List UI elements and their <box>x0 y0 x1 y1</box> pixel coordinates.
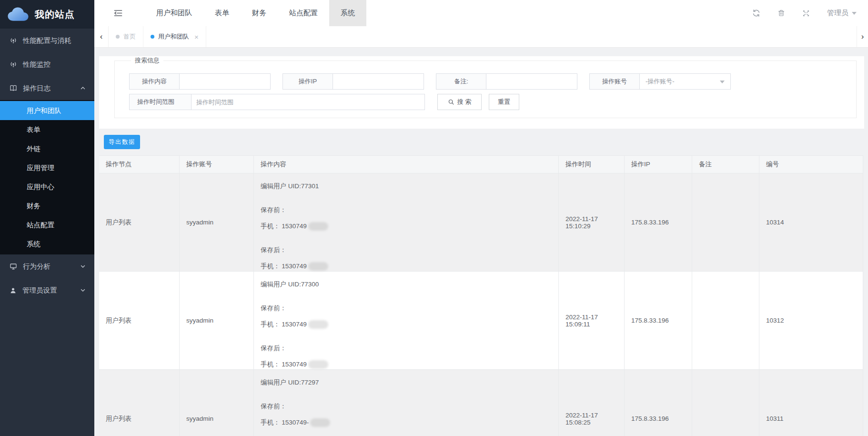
content-line: 编辑用户 UID:77297 <box>261 377 552 388</box>
nav-item-3[interactable]: 站点配置 <box>278 0 329 26</box>
note-input[interactable] <box>486 73 577 90</box>
search-panel: 搜索信息 操作内容 操作IP 备注: 操作账号 <box>99 56 864 129</box>
search-button[interactable]: 搜 索 <box>437 94 482 110</box>
user-icon <box>10 287 17 294</box>
field-time-range: 操作时间范围 <box>129 94 425 110</box>
menu-fold-icon[interactable] <box>113 9 123 17</box>
admin-user-label: 管理员 <box>827 9 848 18</box>
table-body: 用户列表syyadmin编辑用户 UID:77301保存前：手机： 153074… <box>99 173 863 436</box>
sidebar-item-performance-monitor[interactable]: 性能监控 <box>0 52 94 76</box>
sidebar-subitem-5[interactable]: 财务 <box>0 196 94 215</box>
sidebar-item-operation-log[interactable]: 操作日志 <box>0 76 94 100</box>
sidebar-item-label: 操作日志 <box>23 84 50 93</box>
broadcast-icon <box>10 37 17 44</box>
cell-time: 2022-11-17 15:09:11 <box>559 272 625 369</box>
book-icon <box>10 84 17 92</box>
tab-scroll-left[interactable]: ‹ <box>94 26 109 47</box>
cell-content: 编辑用户 UID:77300保存前：手机： 1530749保存后：手机： 153… <box>254 272 559 369</box>
fullscreen-icon[interactable] <box>802 10 810 17</box>
caret-down-icon <box>852 12 857 17</box>
refresh-icon[interactable] <box>752 9 760 17</box>
sidebar-subitem-3[interactable]: 应用管理 <box>0 158 94 177</box>
redacted-blob <box>308 262 328 271</box>
column-header: 操作账号 <box>180 156 254 173</box>
column-header: 操作节点 <box>99 156 180 173</box>
reset-button[interactable]: 重置 <box>489 94 519 110</box>
cell-account: syyadmin <box>180 173 254 271</box>
table-row: 用户列表syyadmin编辑用户 UID:77297保存前：手机： 153074… <box>99 370 863 436</box>
redacted-blob <box>308 360 328 369</box>
cell-ip: 175.8.33.196 <box>625 272 692 369</box>
sidebar-item-behavior-analysis[interactable]: 行为分析 <box>0 254 94 278</box>
monitor-icon <box>10 263 17 270</box>
redacted-blob <box>308 320 328 329</box>
column-header: 操作时间 <box>559 156 625 173</box>
cell-id: 10314 <box>759 173 863 271</box>
cell-note <box>692 272 759 369</box>
sidebar-subitem-6[interactable]: 站点配置 <box>0 215 94 234</box>
cell-content: 编辑用户 UID:77301保存前：手机： 1530749保存后：手机： 153… <box>254 173 559 271</box>
close-icon[interactable]: × <box>194 33 199 41</box>
admin-user-menu[interactable]: 管理员 <box>827 9 857 18</box>
field-label: 操作时间范围 <box>129 94 191 110</box>
time-range-input[interactable] <box>191 94 425 110</box>
cell-ip: 175.8.33.196 <box>625 370 692 436</box>
tab-bar: ‹ 首页用户和团队× › <box>94 26 868 48</box>
tab-dot-icon <box>151 35 154 39</box>
search-fieldset: 搜索信息 操作内容 操作IP 备注: 操作账号 <box>114 56 857 118</box>
content-line: 手机： 1530749 <box>261 319 552 330</box>
cell-account: syyadmin <box>180 370 254 436</box>
sidebar-subitem-2[interactable]: 外链 <box>0 139 94 158</box>
app-logo: 我的站点 <box>0 0 94 29</box>
tab-0[interactable]: 首页 <box>109 26 143 47</box>
sidebar-item-label: 行为分析 <box>23 262 50 271</box>
content-line: 手机： 1530749 <box>261 261 552 272</box>
content-area: 搜索信息 操作内容 操作IP 备注: 操作账号 <box>94 48 868 436</box>
search-icon <box>448 99 454 105</box>
nav-item-0[interactable]: 用户和团队 <box>145 0 203 26</box>
operation-content-input[interactable] <box>179 73 271 90</box>
tab-scroll-right[interactable]: › <box>857 26 868 47</box>
sidebar-subitem-7[interactable]: 系统 <box>0 234 94 253</box>
operation-ip-input[interactable] <box>333 73 424 90</box>
cell-id: 10312 <box>759 272 863 369</box>
content-line: 编辑用户 UID:77301 <box>261 181 552 192</box>
tab-dot-icon <box>116 35 120 39</box>
field-operation-content: 操作内容 <box>129 73 271 90</box>
sidebar-item-label: 性能监控 <box>23 60 50 69</box>
nav-item-1[interactable]: 表单 <box>203 0 241 26</box>
sidebar-item-performance-config[interactable]: 性能配置与消耗 <box>0 29 94 52</box>
nav-item-2[interactable]: 财务 <box>241 0 278 26</box>
cell-id: 10311 <box>759 370 863 436</box>
cell-note <box>692 173 759 271</box>
chevron-up-icon <box>80 85 86 91</box>
field-operator-account: 操作账号 -操作账号- <box>589 73 731 90</box>
caret-down-icon <box>720 81 725 86</box>
navbar-actions: 管理员 <box>752 9 857 18</box>
cell-time: 2022-11-17 15:08:25 <box>559 370 625 436</box>
sidebar-subitem-0[interactable]: 用户和团队 <box>0 101 94 120</box>
operator-account-select[interactable]: -操作账号- <box>639 73 731 90</box>
column-header: 操作IP <box>625 156 692 173</box>
nav-item-4[interactable]: 系统 <box>329 0 366 26</box>
search-row-2: 操作时间范围 搜 索 重置 <box>129 94 847 110</box>
sidebar-subitem-4[interactable]: 应用中心 <box>0 177 94 196</box>
tab-1[interactable]: 用户和团队× <box>143 26 206 47</box>
content-line: 保存前： <box>261 401 552 412</box>
tab-list: 首页用户和团队× <box>109 26 206 47</box>
sidebar-subitem-1[interactable]: 表单 <box>0 120 94 139</box>
content-line: 保存前： <box>261 303 552 314</box>
export-data-button[interactable]: 导出数据 <box>104 135 140 149</box>
top-navbar: 用户和团队表单财务站点配置系统 管理 <box>94 0 868 26</box>
field-label: 操作IP <box>283 73 333 90</box>
sidebar-item-admin-settings[interactable]: 管理员设置 <box>0 278 94 302</box>
trash-icon[interactable] <box>777 9 785 17</box>
cell-note <box>692 370 759 436</box>
table-row: 用户列表syyadmin编辑用户 UID:77300保存前：手机： 153074… <box>99 272 863 370</box>
field-note: 备注: <box>436 73 577 90</box>
cell-content: 编辑用户 UID:77297保存前：手机： 1530749-保存后：手机： 15… <box>254 370 559 436</box>
broadcast-icon <box>10 61 17 68</box>
main-area: 用户和团队表单财务站点配置系统 管理 <box>94 0 868 436</box>
cell-account: syyadmin <box>180 272 254 369</box>
tab-label: 首页 <box>123 32 136 41</box>
